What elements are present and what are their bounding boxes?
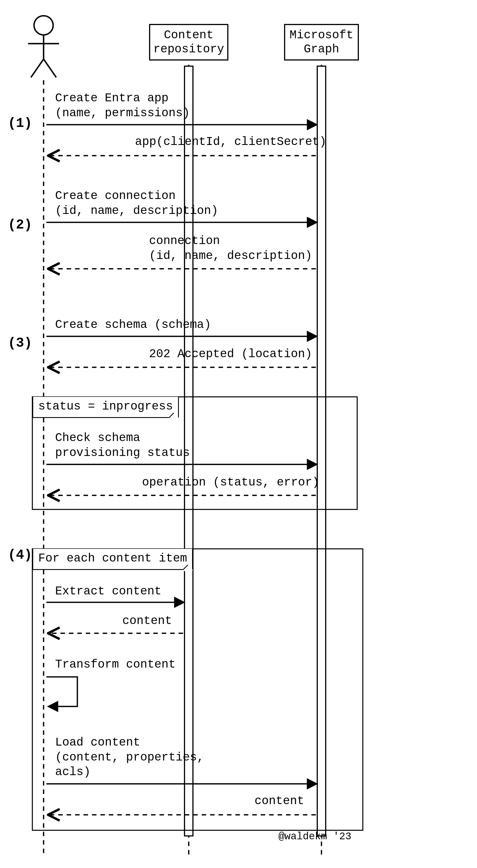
label-create-connection: Create connection (id, name, description… xyxy=(55,189,218,218)
label-operation-return: operation (status, error) xyxy=(142,475,319,490)
sequence-diagram: Content repository Microsoft Graph (1) (… xyxy=(0,0,477,868)
msg-transform-content xyxy=(46,677,77,707)
step-2-label: (2) xyxy=(8,217,32,232)
participant-content-repository: Content repository xyxy=(149,24,228,61)
step-4-label: (4) xyxy=(8,548,32,563)
svg-line-4 xyxy=(44,59,56,78)
actor-icon xyxy=(28,16,59,78)
label-content-return-1: content xyxy=(122,614,172,628)
activation-ms-graph xyxy=(317,66,326,836)
loop-content-tab: For each content item xyxy=(32,549,193,570)
label-content-return-2: content xyxy=(254,794,304,809)
svg-line-3 xyxy=(31,59,44,78)
label-connection-return: connection (id, name, description) xyxy=(149,234,312,263)
label-app-return: app(clientId, clientSecret) xyxy=(135,134,327,150)
label-transform-content: Transform content xyxy=(55,657,175,672)
loop-status-tab: status = inprogress xyxy=(32,397,179,418)
label-create-schema: Create schema (schema) xyxy=(55,317,211,332)
step-1-label: (1) xyxy=(8,116,32,131)
label-extract-content: Extract content xyxy=(55,584,162,599)
step-3-label: (3) xyxy=(8,336,32,351)
label-create-entra-app: Create Entra app (name, permissions) xyxy=(55,91,190,120)
participant-microsoft-graph: Microsoft Graph xyxy=(284,24,359,61)
label-check-status: Check schema provisioning status xyxy=(55,431,190,460)
label-load-content: Load content (content, properties, acls) xyxy=(55,735,204,780)
credit-text: @waldekm '23 xyxy=(278,831,351,842)
label-accepted-return: 202 Accepted (location) xyxy=(149,347,312,362)
svg-point-0 xyxy=(34,16,53,35)
